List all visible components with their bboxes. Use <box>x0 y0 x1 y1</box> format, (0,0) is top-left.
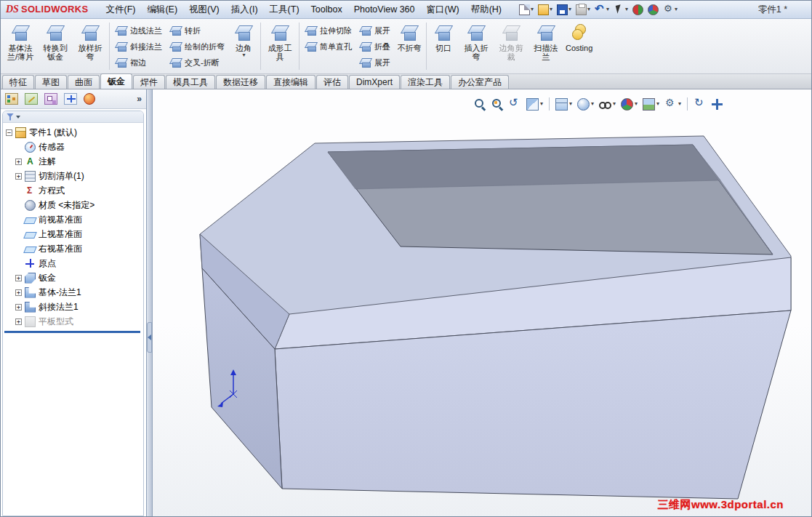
ribbon-button-unfold[interactable]: 展开 <box>357 23 393 37</box>
ribbon-button-edge-flange[interactable]: 边线法兰 <box>113 23 164 37</box>
ribbon-button-sketched-bend[interactable]: 绘制的折弯 <box>167 39 227 53</box>
view-tool-view-settings[interactable]: ▾ <box>663 95 683 113</box>
view-tool-zoom-fit[interactable] <box>473 95 488 113</box>
tree-expander[interactable]: + <box>15 159 22 165</box>
tree-expander[interactable]: + <box>15 318 22 325</box>
view-tool-zoom-area[interactable] <box>490 95 505 113</box>
qtool-undo[interactable]: ▾ <box>593 4 611 16</box>
menu-item[interactable]: 帮助(H) <box>465 1 507 19</box>
panel-splitter[interactable] <box>147 89 153 516</box>
panel-tab-propertymanager[interactable] <box>25 93 38 105</box>
view-tool-pan[interactable] <box>710 95 725 113</box>
commandmanager-tab[interactable]: 评估 <box>316 75 348 89</box>
view-tool-rotate-view[interactable] <box>692 95 707 113</box>
jog-icon <box>169 25 182 36</box>
ribbon-button-hem[interactable]: 褶边 <box>113 55 164 69</box>
panel-tab-featuremanager[interactable] <box>5 93 18 105</box>
menu-item[interactable]: Toolbox <box>305 1 348 17</box>
tree-item-sensors[interactable]: 传感器 <box>3 140 143 154</box>
tree-item-miter-flange[interactable]: +斜接法兰1 <box>3 300 143 314</box>
ribbon-button-lofted-bend[interactable]: 放样折弯 <box>73 20 108 72</box>
ribbon-button-forming-tool[interactable]: 成形工具 <box>262 20 297 72</box>
menu-item[interactable]: 窗口(W) <box>421 1 465 19</box>
ribbon-button-base-flange[interactable]: 基体法兰/薄片 <box>3 20 38 72</box>
filter-funnel-icon[interactable] <box>7 113 14 121</box>
view-tool-apply-scene[interactable]: ▾ <box>641 95 661 113</box>
menu-item[interactable]: 文件(F) <box>100 1 141 19</box>
tree-item-origin[interactable]: 原点 <box>3 256 143 270</box>
ribbon-button-jog[interactable]: 转折 <box>167 23 227 37</box>
qtool-print[interactable]: ▾ <box>574 4 592 16</box>
qtool-rebuild[interactable] <box>631 4 645 16</box>
tree-item-plane[interactable]: 前视基准面 <box>3 212 143 227</box>
commandmanager-tab[interactable]: 曲面 <box>68 75 100 89</box>
panel-expand-chevron[interactable]: » <box>137 94 142 104</box>
qtool-select[interactable]: ▾ <box>612 4 630 16</box>
commandmanager-tab[interactable]: 特征 <box>2 75 34 89</box>
qtool-save[interactable]: ▾ <box>555 4 573 16</box>
menu-item[interactable]: 工具(T) <box>264 1 305 19</box>
tree-expander[interactable]: + <box>15 289 22 296</box>
rollback-bar[interactable] <box>4 331 140 333</box>
qtool-new[interactable]: ▾ <box>518 4 535 16</box>
ribbon-button-costing[interactable]: Costing <box>563 20 595 72</box>
tree-item-base-flange[interactable]: +基体-法兰1 <box>3 285 143 300</box>
tree-item-plane[interactable]: 上视基准面 <box>3 227 143 241</box>
menu-item[interactable]: 插入(I) <box>225 1 264 19</box>
tree-expander[interactable]: + <box>15 304 22 310</box>
menu-item[interactable]: PhotoView 360 <box>348 1 421 17</box>
ribbon-button-flatten[interactable]: 展开 <box>357 55 393 69</box>
ribbon-button-no-bends[interactable]: 不折弯 <box>394 20 425 72</box>
propertymanager-icon <box>25 93 38 105</box>
panel-tab-configurationmanager[interactable] <box>44 93 57 105</box>
ribbon-button-convert-to-sheet-metal[interactable]: 转换到钣金 <box>38 20 73 72</box>
ribbon-button-cross-break[interactable]: 交叉-折断 <box>167 55 227 69</box>
commandmanager-tab[interactable]: 模具工具 <box>166 75 215 89</box>
ribbon-button-insert-bends[interactable]: 插入折弯 <box>459 20 494 72</box>
commandmanager-tab[interactable]: 草图 <box>35 75 67 89</box>
model-3d-box[interactable] <box>153 89 811 516</box>
tree-item-flat-pattern[interactable]: +平板型式 <box>3 314 143 329</box>
ribbon-button-fold[interactable]: 折叠 <box>357 39 393 53</box>
commandmanager-tab[interactable]: 办公室产品 <box>451 75 509 89</box>
menu-item[interactable]: 视图(V) <box>183 1 225 19</box>
view-tool-previous-view[interactable] <box>507 95 523 113</box>
commandmanager-tab[interactable]: 直接编辑 <box>266 75 315 89</box>
toolbar-separator <box>549 97 550 111</box>
ribbon-button-extruded-cut[interactable]: 拉伸切除 <box>302 23 354 37</box>
menu-item[interactable]: 编辑(E) <box>141 1 183 19</box>
ribbon-button-corner-trim[interactable]: 边角剪裁 <box>494 20 528 72</box>
commandmanager-tab[interactable]: 渲染工具 <box>401 75 450 89</box>
commandmanager-tab[interactable]: 钣金 <box>100 73 132 89</box>
ribbon-button-corner[interactable]: 边角▾ <box>228 20 259 72</box>
tree-item-cut-list[interactable]: +切割清单(1) <box>3 169 143 183</box>
tree-item-material[interactable]: 材质 <未指定> <box>3 198 143 212</box>
tree-item-annotations[interactable]: +注解 <box>3 154 143 169</box>
commandmanager-tab[interactable]: 数据迁移 <box>216 75 265 89</box>
view-tool-section-view[interactable]: ▾ <box>525 95 544 113</box>
panel-tab-dimxpertmanager[interactable] <box>64 93 77 105</box>
ribbon-button-miter-flange[interactable]: 斜接法兰 <box>113 39 164 53</box>
ribbon-button-rip[interactable]: 切口 <box>428 20 459 72</box>
tree-expander[interactable]: − <box>6 129 12 136</box>
tree-item-plane[interactable]: 右视基准面 <box>3 241 143 256</box>
view-tool-edit-appearance[interactable]: ▾ <box>619 95 639 113</box>
ribbon-button-simple-hole[interactable]: 简单直孔 <box>302 39 354 53</box>
view-tool-display-style[interactable]: ▾ <box>576 95 595 113</box>
view-tool-hide-show-items[interactable]: ▾ <box>598 95 617 113</box>
commandmanager-tab[interactable]: 焊件 <box>133 75 165 89</box>
qtool-appearance[interactable] <box>646 4 660 16</box>
chevron-down-icon[interactable] <box>16 116 20 119</box>
tree-item-sheet-metal[interactable]: +钣金 <box>3 270 143 285</box>
ribbon-button-swept-flange[interactable]: 扫描法兰 <box>528 20 563 72</box>
tree-expander[interactable]: + <box>15 275 22 281</box>
viewport[interactable]: ▾▾▾▾▾▾▾ <box>153 89 811 516</box>
tree-item-part[interactable]: −零件1 (默认) <box>3 125 143 140</box>
panel-tab-displaymanager[interactable] <box>84 93 95 105</box>
qtool-open[interactable]: ▾ <box>536 4 554 16</box>
tree-expander[interactable]: + <box>15 173 22 180</box>
view-tool-view-orientation[interactable]: ▾ <box>554 95 574 113</box>
tree-item-equations[interactable]: 方程式 <box>3 183 143 198</box>
qtool-options[interactable]: ▾ <box>662 4 679 16</box>
commandmanager-tab[interactable]: DimXpert <box>349 75 400 89</box>
